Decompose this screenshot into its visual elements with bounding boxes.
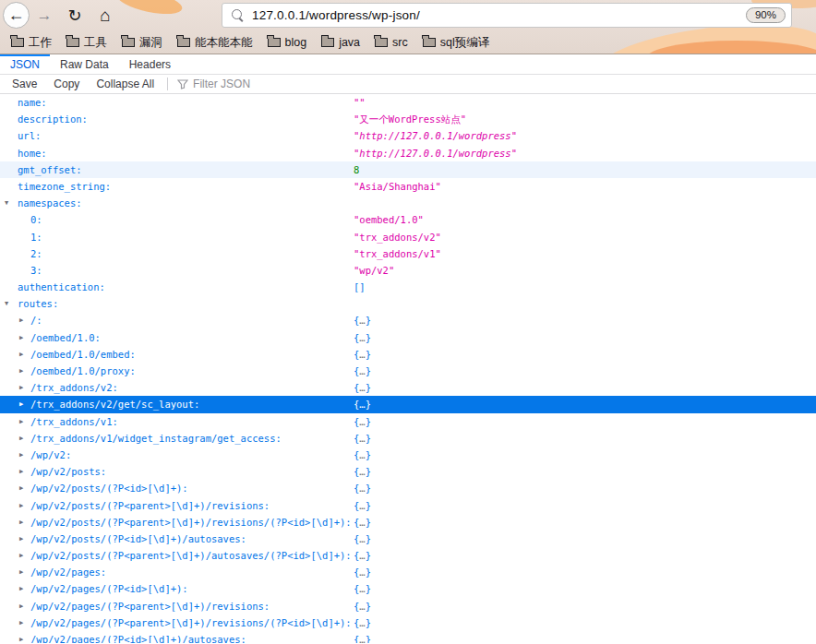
twisty-expanded-icon[interactable]: ▼ (5, 195, 8, 211)
json-row-gmt-offset[interactable]: gmt_offset:8 (0, 161, 816, 178)
json-row-1[interactable]: 1:"trx_addons/v2" (0, 229, 816, 245)
twisty-collapsed-icon[interactable]: ▶ (19, 514, 23, 531)
twisty-collapsed-icon[interactable]: ▶ (19, 564, 23, 580)
bookmark-folder-3[interactable]: 能本能本能 (174, 33, 256, 53)
json-row-timezone-string[interactable]: timezone_string:"Asia/Shanghai" (0, 178, 816, 195)
json-row-name[interactable]: name:"" (0, 94, 816, 111)
tab-headers[interactable]: Headers (119, 54, 181, 74)
copy-button[interactable]: Copy (50, 78, 83, 90)
json-row-home[interactable]: home:"http://127.0.0.1/wordpress" (0, 145, 816, 161)
json-row-wp-v2-pages-p-parent-d-revisions-p-id-d[interactable]: ▶/wp/v2/pages/(?P<parent>[\d]+)/revision… (0, 614, 816, 631)
json-row-wp-v2-pages[interactable]: ▶/wp/v2/pages:{…} (0, 564, 816, 580)
json-row-wp-v2-posts-p-parent-d-revisions[interactable]: ▶/wp/v2/posts/(?P<parent>[\d]+)/revision… (0, 497, 816, 514)
json-value: "Asia/Shanghai" (354, 178, 441, 195)
json-row-[interactable]: ▶/:{…} (0, 312, 816, 328)
twisty-collapsed-icon[interactable]: ▶ (19, 598, 23, 614)
reload-button[interactable]: ↻ (65, 6, 85, 26)
twisty-collapsed-icon[interactable]: ▶ (19, 363, 23, 379)
json-value: {…} (354, 312, 371, 328)
json-value: {…} (354, 497, 371, 514)
twisty-collapsed-icon[interactable]: ▶ (19, 312, 23, 328)
bookmark-folder-0[interactable]: 工作 (8, 33, 54, 53)
object-brace: } (366, 601, 371, 612)
json-row-wp-v2-posts-p-id-d-autosaves[interactable]: ▶/wp/v2/posts/(?P<id>[\d]+)/autosaves:{…… (0, 531, 816, 547)
json-key: /wp/v2/pages/(?P<id>[\d]+)/autosaves: (30, 634, 246, 643)
filter-json-input[interactable]: Filter JSON (193, 78, 250, 90)
collapse-all-button[interactable]: Collapse All (92, 78, 158, 90)
twisty-expanded-icon[interactable]: ▼ (5, 295, 8, 312)
twisty-collapsed-icon[interactable]: ▶ (19, 531, 23, 547)
back-button[interactable]: ← (3, 2, 30, 29)
json-key: authentication: (18, 281, 105, 292)
twisty-collapsed-icon[interactable]: ▶ (19, 614, 23, 631)
json-row-wp-v2-posts[interactable]: ▶/wp/v2/posts:{…} (0, 463, 816, 480)
json-row-0[interactable]: 0:"oembed/1.0" (0, 211, 816, 228)
object-brace: } (366, 332, 371, 343)
json-key: /trx_addons/v2/get/sc_layout: (30, 399, 199, 410)
bookmark-folder-5[interactable]: java (318, 34, 363, 51)
json-row-3[interactable]: 3:"wp/v2" (0, 262, 816, 279)
json-key: description: (18, 113, 88, 125)
zoom-level-badge[interactable]: 90% (746, 7, 786, 23)
home-button[interactable]: ⌂ (94, 5, 116, 27)
json-row-oembed-1-0-embed[interactable]: ▶/oembed/1.0/embed:{…} (0, 346, 816, 363)
json-row-namespaces[interactable]: ▼namespaces: (0, 195, 816, 211)
home-icon: ⌂ (100, 6, 110, 26)
twisty-collapsed-icon[interactable]: ▶ (19, 580, 23, 597)
json-row-wp-v2-posts-p-parent-d-autosaves-p-id-d[interactable]: ▶/wp/v2/posts/(?P<parent>[\d]+)/autosave… (0, 547, 816, 564)
json-row-trx-addons-v1[interactable]: ▶/trx_addons/v1:{…} (0, 413, 816, 430)
json-row-wp-v2-posts-p-parent-d-revisions-p-id-d[interactable]: ▶/wp/v2/posts/(?P<parent>[\d]+)/revision… (0, 514, 816, 531)
twisty-collapsed-icon[interactable]: ▶ (19, 379, 23, 396)
json-row-wp-v2[interactable]: ▶/wp/v2:{…} (0, 447, 816, 463)
json-row-url[interactable]: url:"http://127.0.0.1/wordpress" (0, 127, 816, 144)
twisty-collapsed-icon[interactable]: ▶ (19, 497, 23, 514)
json-row-wp-v2-posts-p-id-d[interactable]: ▶/wp/v2/posts/(?P<id>[\d]+):{…} (0, 480, 816, 496)
object-brace: } (366, 634, 371, 643)
bookmark-label: blog (285, 36, 307, 49)
json-row-2[interactable]: 2:"trx_addons/v1" (0, 245, 816, 262)
json-row-routes[interactable]: ▼routes: (0, 295, 816, 312)
bookmark-label: 工具 (84, 35, 107, 51)
link-value[interactable]: "http://127.0.0.1/wordpress" (354, 130, 517, 141)
bookmark-folder-7[interactable]: sql预编译 (420, 33, 492, 53)
twisty-collapsed-icon[interactable]: ▶ (19, 413, 23, 430)
json-row-wp-v2-pages-p-parent-d-revisions[interactable]: ▶/wp/v2/pages/(?P<parent>[\d]+)/revision… (0, 598, 816, 614)
url-text[interactable]: 127.0.0.1/wordpress/wp-json/ (252, 8, 420, 22)
json-row-wp-v2-pages-p-id-d-autosaves[interactable]: ▶/wp/v2/pages/(?P<id>[\d]+)/autosaves:{…… (0, 631, 816, 643)
bookmark-folder-6[interactable]: src (372, 34, 411, 51)
json-row-wp-v2-pages-p-id-d[interactable]: ▶/wp/v2/pages/(?P<id>[\d]+):{…} (0, 580, 816, 597)
json-value: {…} (354, 547, 371, 564)
json-row-trx-addons-v2[interactable]: ▶/trx_addons/v2:{…} (0, 379, 816, 396)
json-row-oembed-1-0-proxy[interactable]: ▶/oembed/1.0/proxy:{…} (0, 363, 816, 379)
twisty-collapsed-icon[interactable]: ▶ (19, 463, 23, 480)
bookmark-label: 工作 (29, 35, 52, 51)
twisty-collapsed-icon[interactable]: ▶ (19, 346, 23, 363)
bookmark-folder-2[interactable]: 漏洞 (119, 33, 165, 53)
tab-raw-data[interactable]: Raw Data (50, 54, 119, 74)
twisty-collapsed-icon[interactable]: ▶ (19, 547, 23, 564)
json-value: "又一个WordPress站点" (354, 111, 466, 127)
twisty-collapsed-icon[interactable]: ▶ (19, 430, 23, 447)
json-row-description[interactable]: description:"又一个WordPress站点" (0, 111, 816, 127)
json-row-authentication[interactable]: authentication:[] (0, 279, 816, 295)
twisty-collapsed-icon[interactable]: ▶ (19, 631, 23, 643)
twisty-collapsed-icon[interactable]: ▶ (19, 447, 23, 463)
bookmark-folder-4[interactable]: blog (265, 34, 310, 51)
folder-icon (11, 38, 24, 47)
bookmark-folder-1[interactable]: 工具 (64, 33, 110, 53)
url-bar[interactable]: 127.0.0.1/wordpress/wp-json/ 90% (222, 3, 792, 28)
forward-button[interactable]: → (34, 6, 54, 26)
json-row-oembed-1-0[interactable]: ▶/oembed/1.0:{…} (0, 329, 816, 346)
twisty-collapsed-icon[interactable]: ▶ (19, 480, 23, 496)
json-row-trx-addons-v1-widget-instagram-get-access[interactable]: ▶/trx_addons/v1/widget_instagram/get_acc… (0, 430, 816, 447)
tab-json[interactable]: JSON (0, 54, 50, 74)
tab-label: JSON (10, 58, 40, 71)
twisty-collapsed-icon[interactable]: ▶ (19, 396, 23, 412)
json-value: {…} (354, 598, 371, 614)
save-button[interactable]: Save (8, 78, 41, 90)
json-row-trx-addons-v2-get-sc-layout[interactable]: ▶/trx_addons/v2/get/sc_layout:{…} (0, 396, 816, 412)
link-value[interactable]: "http://127.0.0.1/wordpress" (354, 148, 517, 159)
string-value: "trx_addons/v2" (354, 232, 441, 243)
twisty-collapsed-icon[interactable]: ▶ (19, 329, 23, 346)
object-brace: } (366, 433, 371, 444)
